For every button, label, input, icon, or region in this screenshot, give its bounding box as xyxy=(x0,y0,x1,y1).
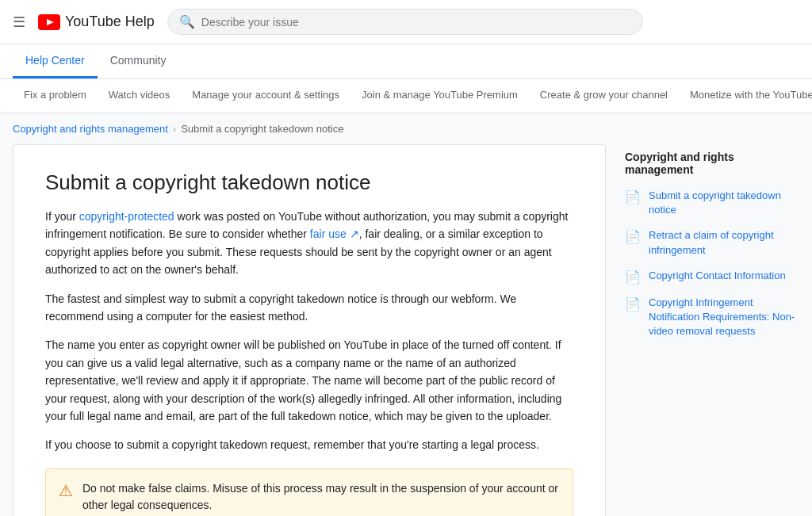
copyright-protected-link[interactable]: copyright-protected xyxy=(79,210,174,223)
sidebar: Copyright and rights management 📄 Submit… xyxy=(625,144,799,516)
sidebar-label-4: Copyright Infringement Notification Requ… xyxy=(649,296,799,339)
sidebar-label-1: Submit a copyright takedown notice xyxy=(649,189,799,217)
sidebar-title: Copyright and rights management xyxy=(625,151,799,176)
warning-icon: ⚠ xyxy=(59,481,73,500)
sidebar-item-takedown[interactable]: 📄 Submit a copyright takedown notice xyxy=(625,189,799,217)
category-nav: Fix a problem Watch videos Manage your a… xyxy=(0,79,812,113)
cat-watch-videos[interactable]: Watch videos xyxy=(98,79,182,113)
cat-youtube-premium[interactable]: Join & manage YouTube Premium xyxy=(350,79,529,113)
youtube-icon xyxy=(38,14,60,30)
doc-icon-2: 📄 xyxy=(625,229,641,244)
tab-help-center[interactable]: Help Center xyxy=(13,44,98,78)
menu-icon[interactable]: ☰ xyxy=(13,13,25,31)
content-area: Submit a copyright takedown notice If yo… xyxy=(13,144,606,516)
doc-icon-4: 📄 xyxy=(625,296,641,312)
warning-text: Do not make false claims. Misuse of this… xyxy=(82,480,560,514)
sidebar-label-2: Retract a claim of copyright infringemen… xyxy=(649,228,799,257)
cat-fix-problem[interactable]: Fix a problem xyxy=(13,79,98,113)
site-logo: YouTube Help xyxy=(38,13,155,30)
breadcrumb-current: Submit a copyright takedown notice xyxy=(181,123,343,135)
cat-monetize[interactable]: Monetize with the YouTube Partner Progra… xyxy=(679,79,812,113)
sidebar-item-contact[interactable]: 📄 Copyright Contact Information xyxy=(625,269,799,285)
breadcrumb: Copyright and rights management › Submit… xyxy=(0,113,812,144)
sidebar-item-retract[interactable]: 📄 Retract a claim of copyright infringem… xyxy=(625,228,799,257)
sidebar-label-3: Copyright Contact Information xyxy=(649,269,786,283)
page-title: Submit a copyright takedown notice xyxy=(45,170,573,195)
tab-community[interactable]: Community xyxy=(98,44,179,78)
nav-tabs: Help Center Community xyxy=(0,44,812,79)
doc-icon-3: 📄 xyxy=(625,269,641,285)
main-layout: Submit a copyright takedown notice If yo… xyxy=(0,144,812,516)
cat-grow-channel[interactable]: Create & grow your channel xyxy=(529,79,679,113)
search-bar[interactable]: 🔍 xyxy=(167,9,643,35)
sidebar-item-requirements[interactable]: 📄 Copyright Infringement Notification Re… xyxy=(625,296,799,339)
search-input[interactable] xyxy=(201,16,631,29)
breadcrumb-separator: › xyxy=(173,123,176,135)
breadcrumb-link[interactable]: Copyright and rights management xyxy=(13,123,168,135)
search-icon: 🔍 xyxy=(179,14,195,29)
cat-account-settings[interactable]: Manage your account & settings xyxy=(181,79,350,113)
para-1: If your copyright-protected work was pos… xyxy=(45,208,573,279)
header: ☰ YouTube Help 🔍 xyxy=(0,0,812,44)
para-4: If you choose to submit a copyright take… xyxy=(45,436,573,453)
site-title: YouTube Help xyxy=(65,13,155,30)
para-3: The name you enter as copyright owner wi… xyxy=(45,336,573,425)
para-2: The fastest and simplest way to submit a… xyxy=(45,290,573,326)
warning-box: ⚠ Do not make false claims. Misuse of th… xyxy=(45,468,573,516)
doc-icon-1: 📄 xyxy=(625,189,641,204)
fair-use-link[interactable]: fair use ↗ xyxy=(310,227,359,240)
